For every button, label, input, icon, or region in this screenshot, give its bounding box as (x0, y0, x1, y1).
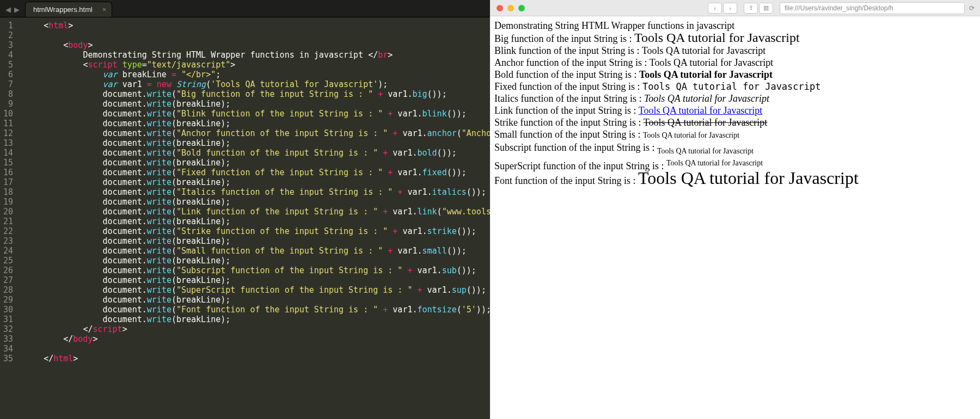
nav-prev-icon[interactable]: ◀ (5, 5, 11, 14)
close-tab-icon[interactable]: × (102, 5, 107, 14)
editor-nav-arrows: ◀ ▶ (2, 5, 25, 17)
output-label: Bold function of the input String is : (494, 69, 639, 80)
output-value: Tools QA tutorial for Javascript (657, 147, 754, 155)
output-line: Italics function of the input String is … (494, 93, 976, 104)
line-number-gutter: 1234567891011121314151617181920212223242… (0, 17, 19, 419)
output-label: Big function of the input String is : (494, 33, 634, 44)
nav-buttons: ‹ › (705, 3, 740, 14)
output-value: Tools QA tutorial for Javascript (642, 45, 766, 56)
output-label: Blink function of the input String is : (494, 45, 642, 56)
reload-icon[interactable]: ⟳ (968, 4, 980, 12)
browser-window: ‹ › ⇪ ▥ file:///Users/ravinder_singh/Des… (490, 0, 980, 419)
output-value: Tools QA tutorial for Javascript (650, 57, 774, 68)
output-value: Tools QA tutorial for Javascript (643, 131, 739, 139)
output-line: Subscript function of the input String i… (494, 141, 976, 157)
browser-toolbar: ‹ › ⇪ ▥ file:///Users/ravinder_singh/Des… (490, 0, 980, 16)
code-area[interactable]: 1234567891011121314151617181920212223242… (0, 17, 490, 419)
output-line: Strike function of the input String is :… (494, 116, 976, 128)
editor-tab[interactable]: htmlWrappers.html × (25, 2, 112, 17)
output-label: Anchor function of the input String is : (494, 57, 650, 68)
output-label: Fixed function of the input String is : (494, 81, 642, 92)
output-value: Tools QA tutorial for Javascript (666, 159, 763, 167)
rendered-page: Demonstrating String HTML Wrapper functi… (490, 16, 980, 190)
output-line: Link function of the input String is : T… (494, 104, 976, 116)
output-label: Link function of the input String is : (494, 105, 639, 116)
output-line: Anchor function of the input String is :… (494, 57, 976, 69)
output-label: Italics function of the input String is … (494, 93, 644, 104)
forward-button[interactable]: › (723, 3, 737, 14)
code-content[interactable]: <html> <body> Demonstrating String HTML … (19, 17, 490, 419)
output-value: Tools QA tutorial for Javascript (634, 30, 800, 45)
window-controls (490, 5, 531, 11)
editor-tab-title: htmlWrappers.html (33, 5, 93, 14)
output-value: Tools QA tutorial for Javascript (642, 81, 821, 92)
output-label: Strike function of the input String is : (494, 117, 644, 128)
output-line: Fixed function of the input String is : … (494, 81, 976, 93)
output-line: Big function of the input String is : To… (494, 32, 976, 45)
output-value: Tools QA tutorial for Javascript (644, 93, 769, 104)
output-value: Tools QA tutorial for Javascript (638, 168, 859, 188)
output-label: Font function of the input String is : (494, 175, 638, 186)
output-line: Small function of the input String is : … (494, 128, 976, 141)
code-editor: ◀ ▶ htmlWrappers.html × 1234567891011121… (0, 0, 490, 419)
tabs-button[interactable]: ▥ (759, 3, 773, 14)
back-button[interactable]: ‹ (708, 3, 722, 14)
output-line: Bold function of the input String is : T… (494, 69, 976, 81)
editor-tabbar: ◀ ▶ htmlWrappers.html × (0, 0, 490, 17)
nav-next-icon[interactable]: ▶ (14, 5, 20, 14)
output-value: Tools QA tutorial for Javascript (644, 117, 768, 128)
output-line: Font function of the input String is : T… (494, 172, 976, 187)
output-label: Subscript function of the input String i… (494, 142, 657, 153)
zoom-window-icon[interactable] (518, 5, 525, 11)
share-tabs-buttons: ⇪ ▥ (740, 3, 776, 14)
output-value: Tools QA tutorial for Javascript (639, 69, 773, 80)
output-value[interactable]: Tools QA tutorial for Javascript (639, 105, 763, 116)
minimize-window-icon[interactable] (507, 5, 514, 11)
close-window-icon[interactable] (497, 5, 503, 11)
output-line: Blink function of the input String is : … (494, 45, 976, 57)
share-button[interactable]: ⇪ (744, 3, 758, 14)
page-heading: Demonstrating String HTML Wrapper functi… (494, 20, 976, 32)
output-label: Small function of the input String is : (494, 129, 643, 140)
url-bar[interactable]: file:///Users/ravinder_singh/Desktop/h (780, 2, 965, 14)
